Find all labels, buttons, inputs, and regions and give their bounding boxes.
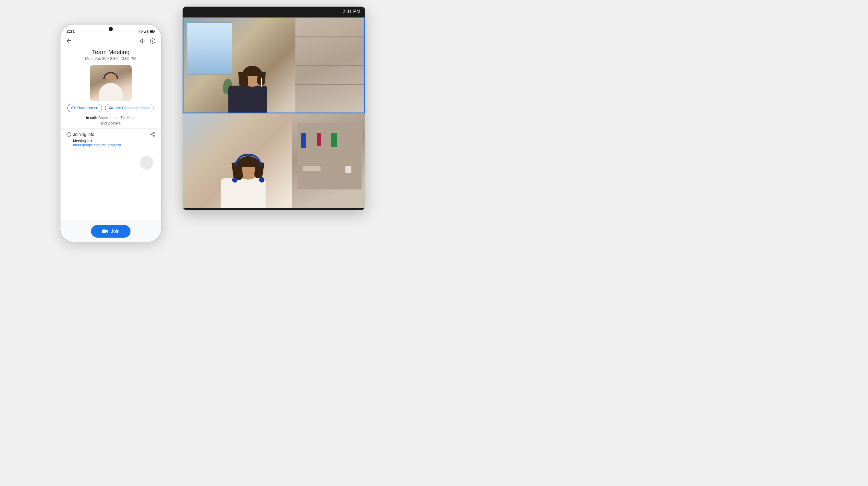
- join-button[interactable]: Join: [91, 225, 130, 238]
- svg-rect-10: [72, 107, 74, 108]
- meeting-datetime: Mon, Jan 29 • 2:30 – 3:00 PM: [66, 56, 155, 61]
- video-cell-1: [183, 17, 365, 114]
- svg-line-18: [151, 135, 153, 136]
- status-icons: [138, 30, 155, 33]
- svg-point-0: [141, 33, 141, 34]
- headphones-icon: [103, 72, 118, 79]
- share-screen-icon: [71, 106, 75, 110]
- nav-icons: [140, 38, 156, 45]
- video-cell-2: [183, 114, 365, 208]
- wifi-icon: [138, 30, 143, 33]
- meeting-title: Team Meeting: [66, 49, 155, 56]
- phone-device: 2:31: [60, 24, 162, 242]
- in-call-section: In call: Sophie Lena, Tim King, and 2 ot…: [60, 115, 161, 128]
- tablet-device: 2:31 PM: [183, 7, 365, 210]
- person-head: [105, 69, 117, 80]
- svg-rect-19: [102, 230, 106, 233]
- video-grid: [183, 17, 365, 208]
- joining-info-header: Joining info: [66, 132, 155, 137]
- video-bg-2: [183, 114, 365, 208]
- tablet-body: 2:31 PM: [183, 7, 365, 210]
- action-buttons: Share screen Use Companion mode: [60, 104, 161, 115]
- in-call-others: and 2 others: [101, 121, 121, 125]
- camera-notch: [108, 27, 113, 31]
- joining-info-label: Joining info: [73, 132, 94, 137]
- svg-point-16: [153, 135, 154, 136]
- avatar-person-image: [90, 65, 132, 101]
- companion-mode-label: Use Companion mode: [115, 106, 150, 110]
- tablet-status-bar: 2:31 PM: [183, 7, 365, 17]
- svg-rect-9: [75, 107, 75, 108]
- share-icon[interactable]: [150, 132, 155, 137]
- battery-icon: [150, 30, 155, 33]
- svg-rect-11: [109, 107, 112, 109]
- share-screen-label: Share screen: [77, 106, 98, 110]
- companion-mode-button[interactable]: Use Companion mode: [105, 104, 154, 112]
- join-label: Join: [111, 229, 119, 234]
- svg-rect-12: [112, 107, 113, 109]
- phone-time: 2:31: [66, 29, 75, 34]
- person-body: [99, 83, 123, 101]
- volume-icon[interactable]: [140, 38, 146, 45]
- joining-info-title: Joining info: [66, 132, 94, 137]
- room-window-1: [187, 23, 232, 74]
- in-call-label: In call:: [86, 116, 97, 120]
- floating-bubble[interactable]: [141, 156, 153, 168]
- joining-info-section: Joining info Meeting link meet.google.co…: [60, 128, 161, 149]
- back-button[interactable]: [66, 38, 72, 45]
- svg-rect-3: [147, 30, 148, 33]
- phone-status-bar: 2:31: [60, 25, 161, 35]
- info-icon[interactable]: [150, 38, 156, 45]
- video-person-1: [237, 66, 267, 112]
- svg-rect-4: [148, 30, 149, 33]
- meeting-link-section: Meeting link meet.google.com/tzn-msjd-tz…: [66, 137, 155, 147]
- info-circle-icon: [66, 132, 71, 137]
- signal-icon: [144, 30, 149, 33]
- in-call-people: Sophie Lena, Tim King,: [98, 116, 135, 120]
- svg-point-15: [150, 134, 151, 135]
- svg-rect-6: [150, 31, 154, 32]
- tablet-time: 2:31 PM: [342, 9, 360, 14]
- video-camera-icon: [102, 229, 108, 234]
- phone-body: 2:31: [60, 24, 162, 242]
- meeting-avatar: [90, 65, 132, 101]
- share-screen-button[interactable]: Share screen: [67, 104, 102, 112]
- bookshelf: [298, 123, 362, 189]
- meeting-header: Team Meeting Mon, Jan 29 • 2:30 – 3:00 P…: [60, 47, 161, 63]
- companion-icon: [109, 106, 113, 110]
- join-footer: Join: [60, 221, 161, 242]
- svg-rect-1: [144, 32, 145, 33]
- meeting-link-label: Meeting link: [73, 139, 155, 143]
- phone-nav: [60, 35, 161, 47]
- svg-line-17: [151, 133, 153, 134]
- room-shelf-1: [296, 18, 364, 112]
- meeting-link-url[interactable]: meet.google.com/tzn-msjd-tza: [73, 143, 155, 147]
- svg-point-14: [153, 132, 154, 133]
- video-bg-1: [184, 18, 364, 112]
- svg-rect-2: [146, 31, 146, 33]
- video-person-2: [231, 156, 266, 208]
- avatar-section: [60, 63, 161, 104]
